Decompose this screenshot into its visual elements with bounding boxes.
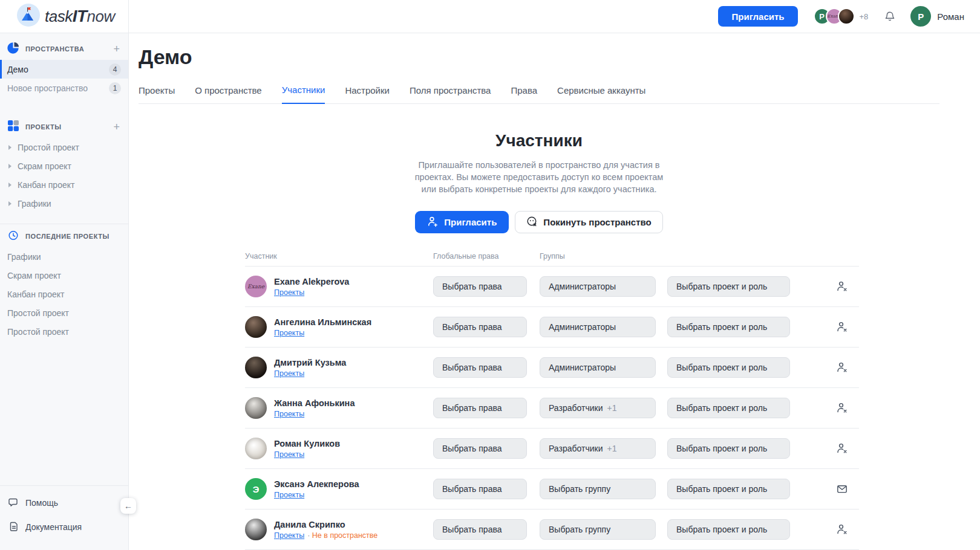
project-role-dropdown[interactable]: Выбрать проект и роль [667, 519, 790, 540]
invite-button[interactable]: Пригласить [718, 6, 797, 27]
group-dropdown[interactable]: Администраторы [540, 276, 656, 297]
remove-member-icon[interactable] [836, 280, 848, 293]
project-role-dropdown[interactable]: Выбрать проект и роль [667, 357, 790, 378]
member-projects-link[interactable]: Проекты [274, 369, 304, 378]
spaces-pie-icon [7, 42, 19, 56]
group-extra-count: +1 [607, 403, 616, 413]
sidebar-divider [0, 224, 128, 224]
member-projects-link[interactable]: Проекты [274, 531, 304, 540]
sidebar-item-scrum-project[interactable]: Скрам проект [0, 157, 128, 175]
remove-member-icon[interactable] [836, 361, 848, 374]
recent-item[interactable]: Канбан проект [0, 285, 128, 303]
add-project-button[interactable]: + [112, 121, 121, 132]
member-avatar [245, 357, 267, 378]
tab-space-fields[interactable]: Поля пространства [410, 85, 491, 103]
member-projects-link[interactable]: Проекты [274, 410, 304, 418]
tab-about-space[interactable]: О пространстве [195, 85, 262, 103]
invite-member-button[interactable]: Пригласить [415, 211, 509, 233]
user-menu[interactable]: Р Роман [910, 6, 964, 27]
tab-permissions[interactable]: Права [511, 85, 537, 103]
chevron-right-icon[interactable] [8, 183, 11, 187]
project-role-dropdown[interactable]: Выбрать проект и роль [667, 438, 790, 459]
member-name: Данила Скрипко [274, 520, 377, 529]
tab-projects[interactable]: Проекты [139, 85, 175, 103]
leave-space-button[interactable]: Покинуть пространство [515, 211, 662, 233]
recent-item[interactable]: Простой проект [0, 322, 128, 341]
rights-dropdown[interactable]: Выбрать права [433, 438, 527, 459]
member-avatar-stack[interactable]: Р Exane [814, 8, 855, 25]
remove-member-icon[interactable] [836, 321, 848, 333]
remove-member-icon[interactable] [836, 523, 848, 535]
member-avatar: Exane [245, 276, 267, 297]
rights-dropdown[interactable]: Выбрать права [433, 519, 527, 540]
rights-dropdown[interactable]: Выбрать права [433, 276, 527, 297]
remove-member-icon[interactable] [836, 442, 848, 455]
tab-members[interactable]: Участники [282, 85, 325, 104]
project-role-dropdown[interactable]: Выбрать проект и роль [667, 317, 790, 337]
add-space-button[interactable]: + [112, 44, 121, 54]
group-dropdown[interactable]: Выбрать группу [540, 479, 656, 499]
chevron-right-icon[interactable] [8, 164, 11, 169]
table-row: Э Эксанэ Алекперова Проекты Выбрать прав… [245, 469, 859, 510]
documentation-link[interactable]: Документация [0, 515, 128, 539]
group-dropdown[interactable]: Разработчики+1 [540, 438, 656, 459]
member-projects-link[interactable]: Проекты [274, 288, 304, 297]
member-name: Эксанэ Алекперова [274, 479, 359, 489]
chevron-right-icon[interactable] [8, 201, 11, 206]
tab-service-accounts[interactable]: Сервисные аккаунты [557, 85, 645, 103]
group-dropdown[interactable]: Выбрать группу [540, 519, 656, 540]
project-role-dropdown[interactable]: Выбрать проект и роль [667, 479, 790, 499]
member-avatar [245, 438, 267, 459]
group-extra-count: +1 [607, 444, 616, 453]
sidebar-item-demo-space[interactable]: Демо 4 [0, 60, 128, 79]
avatar [838, 8, 855, 25]
member-avatar [245, 316, 267, 338]
sidebar-item-simple-project[interactable]: Простой проект [0, 138, 128, 157]
row-action [836, 402, 859, 414]
leave-space-label: Покинуть пространство [543, 217, 651, 227]
sidebar-item-new-space[interactable]: Новое пространство 1 [0, 79, 128, 97]
topbar-actions: Пригласить Р Exane +8 Р Роман [718, 0, 980, 33]
member-projects-link[interactable]: Проекты [274, 491, 304, 499]
help-label: Помощь [25, 498, 58, 508]
app-logo[interactable]: taskITnow [17, 4, 115, 29]
notifications-bell-icon[interactable] [884, 10, 896, 22]
rights-dropdown[interactable]: Выбрать права [433, 317, 527, 337]
project-label: Простой проект [18, 143, 79, 152]
member-projects-link[interactable]: Проекты [274, 329, 304, 337]
recent-item[interactable]: Графики [0, 247, 128, 266]
projects-section-title: ПРОЕКТЫ [25, 123, 106, 131]
row-action [836, 361, 859, 374]
rights-dropdown[interactable]: Выбрать права [433, 479, 527, 499]
project-role-dropdown[interactable]: Выбрать проект и роль [667, 398, 790, 418]
recent-item[interactable]: Простой проект [0, 303, 128, 322]
sidebar-item-kanban-project[interactable]: Канбан проект [0, 175, 128, 194]
group-dropdown[interactable]: Разработчики+1 [540, 398, 656, 418]
members-table: Участник Глобальные права Группы Exane E… [245, 252, 859, 550]
top-bar: taskITnow Пригласить Р Exane +8 Р Роман [0, 0, 980, 33]
table-row: Дмитрий Кузьма Проекты Выбрать права Адм… [245, 348, 859, 388]
sidebar-item-charts-project[interactable]: Графики [0, 194, 128, 213]
member-projects-link[interactable]: Проекты [274, 450, 304, 459]
remove-member-icon[interactable] [836, 402, 848, 414]
group-dropdown[interactable]: Администраторы [540, 317, 656, 337]
member-name: Жанна Афонькина [274, 398, 354, 408]
rights-dropdown[interactable]: Выбрать права [433, 357, 527, 378]
member-name: Дмитрий Кузьма [274, 358, 346, 367]
sidebar-collapse-button[interactable]: ← [120, 498, 136, 514]
recent-item[interactable]: Скрам проект [0, 266, 128, 285]
space-count-badge: 4 [109, 63, 121, 76]
members-description: Приглашайте пользователей в пространство… [414, 159, 664, 195]
projects-section-header: ПРОЕКТЫ + [0, 118, 128, 135]
table-row: Данила Скрипко Проекты Не в пространстве… [245, 510, 859, 550]
project-role-dropdown[interactable]: Выбрать проект и роль [667, 276, 790, 297]
resend-invite-mail-icon[interactable] [836, 483, 848, 495]
help-chat-icon [7, 496, 19, 510]
mountain-logo-icon [17, 4, 40, 29]
tab-settings[interactable]: Настройки [345, 85, 390, 103]
help-link[interactable]: Помощь [0, 491, 128, 515]
chevron-right-icon[interactable] [8, 145, 11, 150]
rights-dropdown[interactable]: Выбрать права [433, 398, 527, 418]
group-dropdown[interactable]: Администраторы [540, 357, 656, 378]
row-action [836, 321, 859, 333]
